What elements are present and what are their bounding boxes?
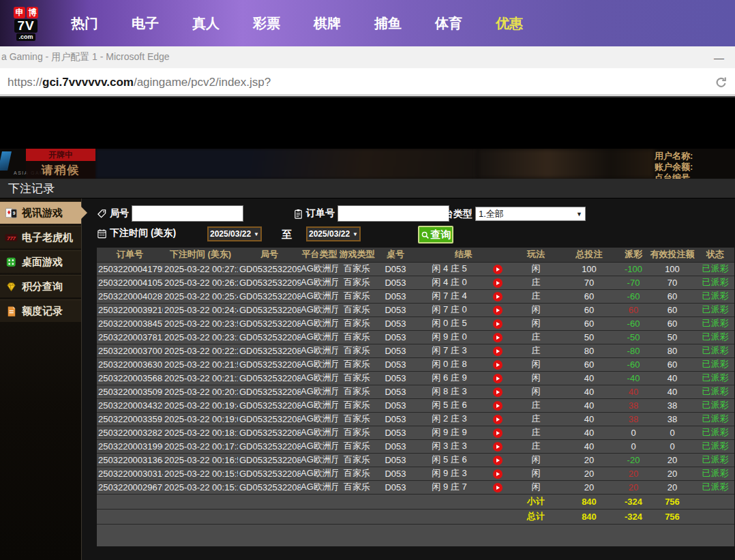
cell-platform: AG欧洲厅 <box>301 467 338 480</box>
refresh-icon[interactable] <box>715 76 728 89</box>
sidebar-item-slots[interactable]: 777 电子老虎机 <box>0 226 81 248</box>
cell-order-no: 250322000384570 <box>97 316 163 330</box>
sidebar-item-credit-log[interactable]: 额度记录 <box>0 299 81 322</box>
nav-item[interactable]: 热门 <box>71 14 98 33</box>
cell-table-no: D053 <box>376 276 415 289</box>
play-icon[interactable] <box>493 469 502 479</box>
cell-status: 已派彩 <box>696 330 734 344</box>
play-icon[interactable] <box>493 333 502 342</box>
search-button[interactable]: 查询 <box>418 226 453 244</box>
cell-total-bet: 60 <box>560 289 618 303</box>
cell-game-type: 百家乐 <box>338 371 376 385</box>
cell-order-no: 250322000335912 <box>97 412 163 426</box>
cell-total-bet: 60 <box>560 316 618 330</box>
sidebar-item-live-games[interactable]: 9 视讯游戏 <box>0 201 81 224</box>
play-icon[interactable] <box>493 401 502 411</box>
playing-cards-icon: 9 <box>5 207 18 220</box>
sidebar-item-label: 额度记录 <box>22 305 63 318</box>
live-game-banner: ASIA GAMING 开牌中 请稍候 用户名称: 账户余额: 点台编号 <box>0 149 735 179</box>
nav-item[interactable]: 捕鱼 <box>374 14 402 33</box>
play-icon[interactable] <box>493 415 502 424</box>
search-button-label: 查询 <box>431 229 451 241</box>
site-logo[interactable]: 申 博 7V .com <box>5 7 46 41</box>
cell-table-no: D053 <box>376 344 415 357</box>
play-icon[interactable] <box>493 428 502 438</box>
play-icon[interactable] <box>493 265 502 274</box>
cell-game-type: 百家乐 <box>338 357 376 371</box>
cell-platform: AG欧洲厅 <box>301 426 338 439</box>
content: 9 视讯游戏 777 电子老虎机 桌面游戏 积分查询 额度记录 <box>0 198 735 560</box>
cell-bet-on: 闲 <box>512 357 560 371</box>
play-icon[interactable] <box>493 374 502 383</box>
table-header-row: 订单号下注时间 (美东)局号平台类型游戏类型桌号结果玩法总投注派彩有效投注额状态 <box>97 248 734 262</box>
play-icon[interactable] <box>493 278 502 288</box>
cell-total-bet: 100 <box>560 262 618 276</box>
cell-bet-time: 2025-03-22 00:17:33 <box>163 439 238 453</box>
cell-replay <box>483 357 512 371</box>
cell-valid-bet: 20 <box>648 467 696 480</box>
cell-table-no: D053 <box>376 398 415 412</box>
page-title: 下注记录 <box>0 179 735 198</box>
play-icon[interactable] <box>493 483 502 492</box>
play-icon[interactable] <box>493 442 502 452</box>
cell-status: 已派彩 <box>696 480 734 494</box>
cell-status: 已派彩 <box>696 371 734 385</box>
cell-result: 闲 6 庄 9 <box>415 371 483 385</box>
cell-table-no: D053 <box>376 385 415 398</box>
filter-form: 局号 订单号 平台类型 1.全部 ▼ <box>97 198 735 248</box>
cell-platform: AG欧洲厅 <box>301 289 338 303</box>
play-icon[interactable] <box>493 360 502 370</box>
cell-bet-on: 闲 <box>512 316 560 330</box>
cell-round-no: GD0532532208X <box>238 316 301 330</box>
subtotal-row: 小计 840 -324 756 <box>97 494 734 509</box>
nav-item[interactable]: 优惠 <box>496 14 523 33</box>
date-from-picker[interactable]: 2025/03/22 ▼ <box>207 226 262 241</box>
nav-item[interactable]: 体育 <box>435 14 462 33</box>
date-to-picker[interactable]: 2025/03/22 ▼ <box>306 226 361 241</box>
cell-game-type: 百家乐 <box>338 467 376 480</box>
cell-payout: -70 <box>618 276 648 289</box>
play-icon[interactable] <box>493 387 502 397</box>
cell-status: 已派彩 <box>696 426 734 439</box>
cell-platform: AG欧洲厅 <box>301 385 338 398</box>
cell-platform: AG欧洲厅 <box>301 412 338 426</box>
sidebar-item-table-games[interactable]: 桌面游戏 <box>0 250 81 273</box>
cell-total-bet: 20 <box>560 467 618 480</box>
nav-item[interactable]: 真人 <box>192 14 220 33</box>
wait-message: 请稍候 <box>26 161 95 179</box>
nav-item[interactable]: 电子 <box>132 14 159 33</box>
play-icon[interactable] <box>493 306 502 315</box>
cell-total-bet: 40 <box>560 426 618 439</box>
round-input[interactable] <box>132 205 243 222</box>
cell-order-no: 250322000296754 <box>97 480 163 494</box>
cell-replay <box>483 262 512 276</box>
cell-valid-bet: 60 <box>648 316 696 330</box>
table-row: 250322000313641 2025-03-22 00:16:54 GD05… <box>97 453 734 467</box>
platform-select[interactable]: 1.全部 ▼ <box>475 207 586 221</box>
minimize-icon[interactable]: — <box>714 52 724 63</box>
cell-total-bet: 80 <box>560 344 618 357</box>
url-input[interactable]: https://gci.7vvvvvv.com/agingame/pcv2/in… <box>0 76 271 89</box>
cell-table-no: D053 <box>376 467 415 480</box>
play-icon[interactable] <box>493 319 502 329</box>
cell-replay <box>483 398 512 412</box>
chevron-down-icon: ▼ <box>254 231 259 237</box>
total-payout: -324 <box>618 509 648 524</box>
cell-total-bet: 40 <box>560 439 618 453</box>
sidebar-item-points[interactable]: 积分查询 <box>0 275 81 297</box>
cell-bet-time: 2025-03-22 00:23:54 <box>163 316 238 330</box>
play-icon[interactable] <box>493 347 502 356</box>
cell-bet-time: 2025-03-22 00:22:29 <box>163 344 238 357</box>
cell-total-bet: 40 <box>560 371 618 385</box>
cell-valid-bet: 38 <box>648 412 696 426</box>
cell-game-type: 百家乐 <box>338 262 376 276</box>
cell-game-type: 百家乐 <box>338 398 376 412</box>
nav-item[interactable]: 彩票 <box>253 14 280 33</box>
play-icon[interactable] <box>493 456 502 465</box>
cell-total-bet: 70 <box>560 276 618 289</box>
nav-item[interactable]: 棋牌 <box>314 14 341 33</box>
cell-round-no: GD0532532208Y <box>238 303 301 316</box>
cell-status: 已派彩 <box>696 357 734 371</box>
play-icon[interactable] <box>493 292 502 301</box>
round-filter-label: 局号 <box>110 207 129 220</box>
